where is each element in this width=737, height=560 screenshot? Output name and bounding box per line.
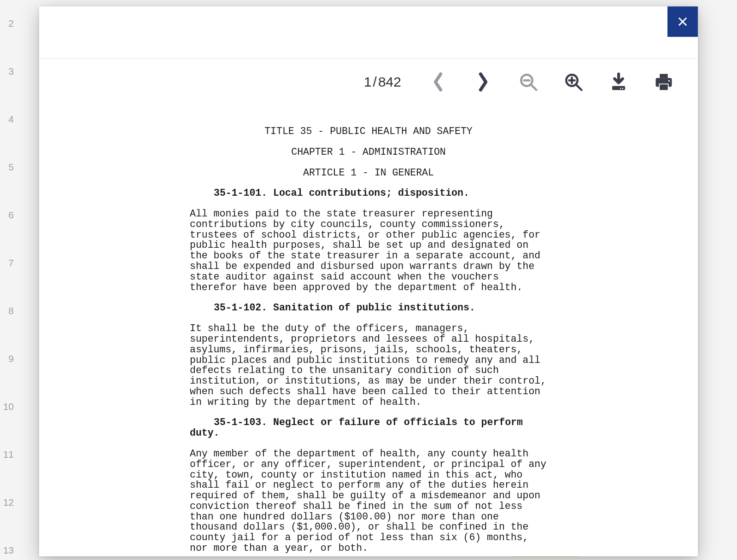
svg-point-9 xyxy=(620,88,621,89)
close-icon xyxy=(676,15,689,28)
print-button[interactable] xyxy=(653,71,675,93)
modal-overlay: 1/842 xyxy=(0,0,737,560)
svg-rect-11 xyxy=(660,84,668,90)
doc-title-line: TITLE 35 - PUBLIC HEALTH AND SAFETY xyxy=(190,126,547,137)
svg-rect-7 xyxy=(612,86,625,90)
next-page-button[interactable] xyxy=(472,71,494,93)
page-indicator: 1/842 xyxy=(364,74,401,90)
chevron-left-icon xyxy=(431,71,445,93)
zoom-in-button[interactable] xyxy=(562,71,585,93)
page-separator: / xyxy=(373,74,377,89)
zoom-out-icon xyxy=(519,72,538,92)
section-body: It shall be the duty of the officers, ma… xyxy=(190,323,547,407)
document-viewer-modal: 1/842 xyxy=(39,6,698,556)
section-heading: 35-1-101. Local contributions; dispositi… xyxy=(190,188,547,198)
doc-article-line: ARTICLE 1 - IN GENERAL xyxy=(190,168,547,178)
zoom-in-icon xyxy=(564,72,583,92)
close-button[interactable] xyxy=(667,6,698,37)
chevron-right-icon xyxy=(476,71,490,93)
page-current: 1 xyxy=(364,74,372,89)
section-heading: 35-1-102. Sanitation of public instituti… xyxy=(190,303,547,313)
download-icon xyxy=(609,72,628,92)
svg-point-12 xyxy=(668,80,670,82)
modal-header-gap xyxy=(39,6,698,59)
viewer-toolbar: 1/842 xyxy=(39,59,698,105)
document-scroll-area[interactable]: TITLE 35 - PUBLIC HEALTH AND SAFETY CHAP… xyxy=(39,105,698,556)
page-total: 842 xyxy=(378,74,401,89)
svg-rect-10 xyxy=(660,74,668,78)
section-body: All monies paid to the state treasurer r… xyxy=(190,209,547,292)
svg-point-8 xyxy=(622,88,623,89)
svg-line-1 xyxy=(531,85,536,90)
print-icon xyxy=(654,72,673,92)
section-body: Any member of the department of health, … xyxy=(190,449,547,554)
document-page: TITLE 35 - PUBLIC HEALTH AND SAFETY CHAP… xyxy=(190,126,547,556)
zoom-out-button[interactable] xyxy=(517,71,539,93)
svg-line-4 xyxy=(576,85,581,90)
download-button[interactable] xyxy=(608,71,630,93)
section-heading: 35-1-103. Neglect or failure of official… xyxy=(190,417,547,438)
prev-page-button[interactable] xyxy=(427,71,449,93)
doc-chapter-line: CHAPTER 1 - ADMINISTRATION xyxy=(190,147,547,158)
